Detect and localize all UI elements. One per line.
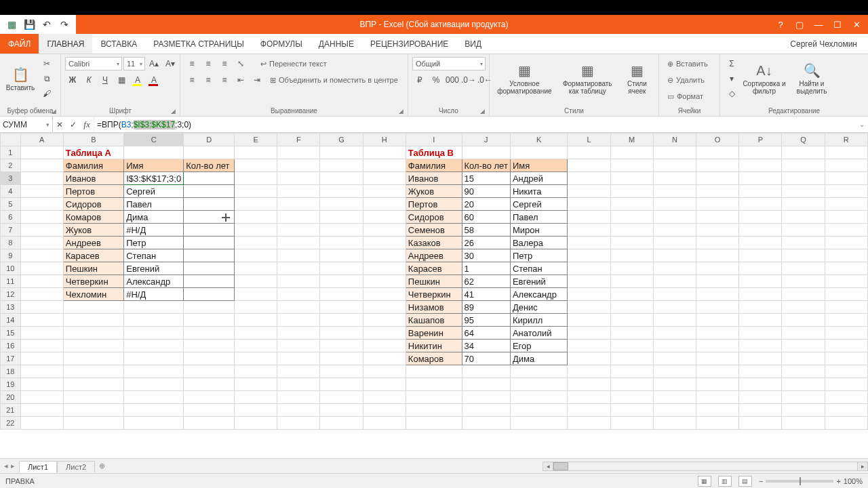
- cell-O8[interactable]: [696, 237, 739, 249]
- cell-J17[interactable]: 70: [462, 352, 510, 365]
- cell-I15[interactable]: Варенин: [406, 327, 462, 340]
- cell-N14[interactable]: [653, 314, 696, 327]
- cell-R10[interactable]: [825, 262, 867, 275]
- merge-center-button[interactable]: ⊞Объединить и поместить в центре: [266, 73, 402, 87]
- cell-O19[interactable]: [696, 378, 739, 391]
- col-header-N[interactable]: N: [653, 134, 696, 146]
- dialog-launcher-icon[interactable]: ◢: [171, 108, 176, 115]
- cell-F17[interactable]: [277, 352, 320, 365]
- cell-M18[interactable]: [610, 365, 653, 378]
- cell-P3[interactable]: [739, 172, 782, 185]
- cell-A14[interactable]: [20, 314, 63, 327]
- cell-R22[interactable]: [825, 417, 867, 430]
- cell-L4[interactable]: [568, 185, 610, 198]
- cell-I4[interactable]: Жуков: [406, 185, 462, 198]
- redo-icon[interactable]: ↷: [57, 18, 72, 31]
- cell-Q2[interactable]: [782, 159, 825, 172]
- cell-H7[interactable]: [363, 224, 406, 237]
- currency-icon[interactable]: ₽: [412, 73, 427, 87]
- cell-Q15[interactable]: [782, 327, 825, 340]
- row-header-21[interactable]: 21: [1, 404, 21, 417]
- col-header-K[interactable]: K: [510, 134, 568, 146]
- cell-B4[interactable]: Пертов: [63, 185, 123, 198]
- cell-N21[interactable]: [653, 404, 696, 417]
- cell-B20[interactable]: [63, 391, 123, 404]
- cell-C4[interactable]: Сергей: [124, 185, 184, 198]
- cell-J7[interactable]: 58: [462, 224, 510, 237]
- cell-M1[interactable]: [610, 146, 653, 159]
- cell-G20[interactable]: [320, 391, 363, 404]
- cell-K20[interactable]: [510, 391, 568, 404]
- cell-M9[interactable]: [610, 249, 653, 262]
- cell-Q9[interactable]: [782, 249, 825, 262]
- cell-C15[interactable]: [124, 327, 184, 340]
- cell-F1[interactable]: [277, 146, 320, 159]
- row-header-15[interactable]: 15: [1, 327, 21, 340]
- cell-O1[interactable]: [696, 146, 739, 159]
- cell-E1[interactable]: [235, 146, 277, 159]
- cell-M12[interactable]: [610, 288, 653, 301]
- col-header-D[interactable]: D: [184, 134, 235, 146]
- cell-O16[interactable]: [696, 340, 739, 352]
- row-header-3[interactable]: 3: [1, 172, 21, 185]
- cell-L6[interactable]: [568, 211, 610, 224]
- cell-F18[interactable]: [277, 365, 320, 378]
- cell-B7[interactable]: Жуков: [63, 224, 123, 237]
- cell-B1[interactable]: Таблица А: [63, 146, 123, 159]
- cell-R21[interactable]: [825, 404, 867, 417]
- cell-I14[interactable]: Кашапов: [406, 314, 462, 327]
- cell-A10[interactable]: [20, 262, 63, 275]
- col-header-G[interactable]: G: [320, 134, 363, 146]
- cell-Q14[interactable]: [782, 314, 825, 327]
- spreadsheet-grid[interactable]: ABCDEFGHIJKLMNOPQR1Таблица АТаблица В2Фа…: [0, 133, 868, 458]
- cell-P21[interactable]: [739, 404, 782, 417]
- cell-H3[interactable]: [363, 172, 406, 185]
- cell-G17[interactable]: [320, 352, 363, 365]
- cell-P10[interactable]: [739, 262, 782, 275]
- bold-button[interactable]: Ж: [65, 73, 80, 87]
- cell-O2[interactable]: [696, 159, 739, 172]
- cell-K1[interactable]: [510, 146, 568, 159]
- cell-B15[interactable]: [63, 327, 123, 340]
- cell-E13[interactable]: [235, 301, 277, 314]
- cell-O21[interactable]: [696, 404, 739, 417]
- cell-P22[interactable]: [739, 417, 782, 430]
- insert-function-icon[interactable]: fx: [80, 119, 94, 130]
- cell-R6[interactable]: [825, 211, 867, 224]
- col-header-C[interactable]: C: [124, 134, 184, 146]
- cell-F22[interactable]: [277, 417, 320, 430]
- cell-L1[interactable]: [568, 146, 610, 159]
- cell-D20[interactable]: [184, 391, 235, 404]
- cell-J11[interactable]: 62: [462, 275, 510, 288]
- cell-R20[interactable]: [825, 391, 867, 404]
- cell-G8[interactable]: [320, 237, 363, 249]
- cell-R2[interactable]: [825, 159, 867, 172]
- zoom-in-icon[interactable]: +: [836, 477, 840, 485]
- cell-Q20[interactable]: [782, 391, 825, 404]
- cell-J16[interactable]: 34: [462, 340, 510, 352]
- cell-R19[interactable]: [825, 378, 867, 391]
- cell-K12[interactable]: Александр: [510, 288, 568, 301]
- cell-F10[interactable]: [277, 262, 320, 275]
- cell-A2[interactable]: [20, 159, 63, 172]
- cell-L3[interactable]: [568, 172, 610, 185]
- cell-R15[interactable]: [825, 327, 867, 340]
- cell-I18[interactable]: [406, 365, 462, 378]
- cell-D5[interactable]: [184, 198, 235, 211]
- cell-D17[interactable]: [184, 352, 235, 365]
- cell-Q6[interactable]: [782, 211, 825, 224]
- fill-icon[interactable]: ▾: [724, 72, 739, 85]
- cell-L22[interactable]: [568, 417, 610, 430]
- col-header-I[interactable]: I: [406, 134, 462, 146]
- cell-K18[interactable]: [510, 365, 568, 378]
- cell-L9[interactable]: [568, 249, 610, 262]
- formula-input[interactable]: =ВПР(B3;$I$3:$K$17;3;0): [94, 117, 856, 132]
- cell-R7[interactable]: [825, 224, 867, 237]
- dialog-launcher-icon[interactable]: ◢: [480, 108, 485, 115]
- cell-O13[interactable]: [696, 301, 739, 314]
- cell-N13[interactable]: [653, 301, 696, 314]
- cell-Q3[interactable]: [782, 172, 825, 185]
- cell-C16[interactable]: [124, 340, 184, 352]
- cell-N8[interactable]: [653, 237, 696, 249]
- cell-E2[interactable]: [235, 159, 277, 172]
